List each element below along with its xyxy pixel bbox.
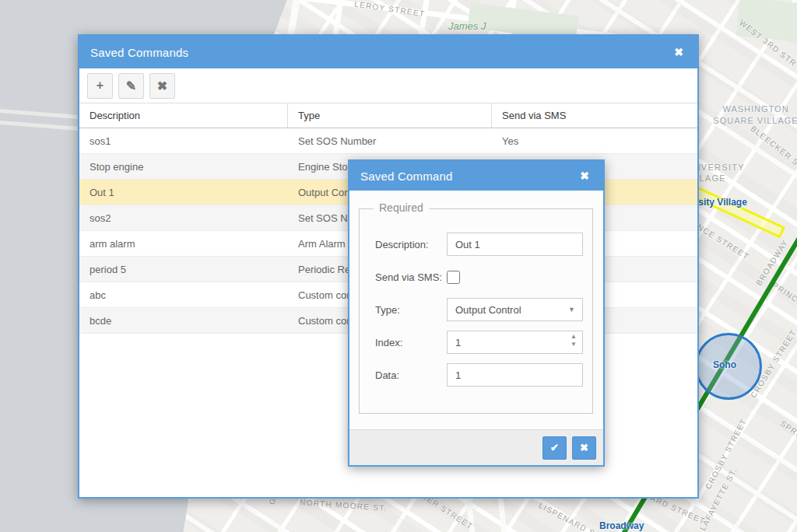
map-place-soho: Soho <box>713 359 736 370</box>
type-row: Type: Output Control ▼ <box>369 298 583 321</box>
cell-description: sos2 <box>79 212 288 224</box>
map-label-washington-square-village: WASHINGTON SQUARE VILLAGE <box>712 103 797 127</box>
map-place-broadway: Broadway <box>599 520 644 531</box>
saved-commands-title: Saved Commands <box>90 46 671 59</box>
required-legend: Required <box>374 201 429 214</box>
description-label: Description: <box>369 239 447 250</box>
delete-command-button[interactable]: ✖ <box>149 73 175 99</box>
app-stage: LEROY STREET WEST 3RD STR WASHINGTON SQU… <box>0 0 797 532</box>
commands-toolbar: + ✎ ✖ <box>79 68 697 103</box>
data-label: Data: <box>369 369 447 381</box>
close-icon: ✖ <box>580 442 588 453</box>
saved-commands-titlebar: Saved Commands ✖ <box>79 36 697 68</box>
close-icon[interactable]: ✖ <box>671 44 686 60</box>
required-fieldset: Required Description: Send via SMS: Type… <box>359 208 593 414</box>
index-stepper[interactable] <box>447 331 583 354</box>
data-field[interactable] <box>447 363 583 387</box>
table-row[interactable]: sos1 Set SOS Number Yes <box>79 128 697 154</box>
cell-description: abc <box>79 289 288 301</box>
index-row: Index: ▲ ▼ <box>369 331 583 354</box>
cell-description: arm alarm <box>79 238 288 250</box>
ok-button[interactable]: ✔ <box>542 436 567 460</box>
cell-description: bcde <box>79 315 288 327</box>
close-icon[interactable]: ✖ <box>577 168 592 184</box>
commands-table-header: Description Type Send via SMS <box>79 103 697 128</box>
cell-description: period 5 <box>79 264 288 275</box>
description-row: Description: <box>369 233 583 256</box>
dialog-footer: ✔ ✖ <box>349 429 603 465</box>
column-header-send-via-sms[interactable]: Send via SMS <box>492 103 697 128</box>
description-field[interactable] <box>447 233 583 256</box>
cell-description: Out 1 <box>79 187 288 198</box>
saved-command-dialog: Saved Command ✖ Required Description: Se… <box>348 159 605 467</box>
chevron-down-icon: ▼ <box>568 306 575 313</box>
send-via-sms-label: Send via SMS: <box>369 271 447 283</box>
saved-command-title: Saved Command <box>360 170 577 183</box>
cell-type: Set SOS Number <box>288 135 492 147</box>
index-label: Index: <box>369 337 447 348</box>
send-via-sms-checkbox[interactable] <box>447 271 460 284</box>
map-label-james-j-park: James J <box>448 20 486 32</box>
cell-description: sos1 <box>79 135 288 147</box>
column-header-description[interactable]: Description <box>79 103 288 128</box>
data-row: Data: <box>369 363 583 387</box>
check-icon: ✔ <box>550 442 559 453</box>
cell-sms: Yes <box>492 135 697 147</box>
send-via-sms-row: Send via SMS: <box>369 265 583 289</box>
add-command-button[interactable]: + <box>87 73 113 99</box>
cell-description: Stop engine <box>79 161 288 173</box>
cancel-button[interactable]: ✖ <box>572 436 596 460</box>
spin-down-icon[interactable]: ▼ <box>569 341 578 348</box>
spin-up-icon[interactable]: ▲ <box>569 333 578 341</box>
type-select[interactable]: Output Control <box>447 298 583 321</box>
saved-command-titlebar: Saved Command ✖ <box>349 161 603 191</box>
saved-command-body: Required Description: Send via SMS: Type… <box>349 191 603 431</box>
edit-command-button[interactable]: ✎ <box>118 73 144 99</box>
column-header-type[interactable]: Type <box>288 103 492 128</box>
type-label: Type: <box>369 304 447 316</box>
